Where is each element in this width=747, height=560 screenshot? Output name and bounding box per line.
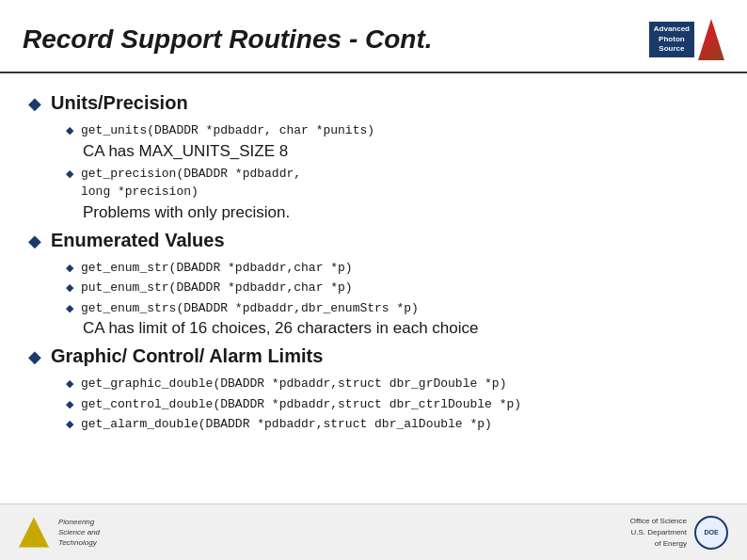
logo-triangle-icon: [698, 19, 724, 60]
sub-diamond-icon: ◆: [66, 124, 73, 136]
sub-diamond-6-icon: ◆: [66, 377, 73, 390]
sub-diamond-5-icon: ◆: [66, 302, 73, 314]
sub-bullet-get-alarm: ◆ get_alarm_double(DBADDR *pdbaddr,struc…: [66, 415, 719, 434]
code-get-enum-str: get_enum_str(DBADDR *pdbaddr,char *p): [81, 259, 353, 278]
sub-diamond-4-icon: ◆: [66, 281, 73, 294]
footer-org-text: Pioneering Science and Technology: [58, 517, 100, 549]
sub-diamond-2-icon: ◆: [66, 168, 73, 180]
graphic-sub-section: ◆ get_graphic_double(DBADDR *pdbaddr,str…: [66, 375, 719, 434]
section-graphic-control-alarm: ◆ Graphic/ Control/ Alarm Limits: [28, 345, 719, 367]
enum-sub-section: ◆ get_enum_str(DBADDR *pdbaddr,char *p) …: [66, 259, 719, 339]
code-put-enum-str: put_enum_str(DBADDR *pdbaddr,char *p): [81, 279, 353, 297]
sub-bullet-get-precision: ◆ get_precision(DBADDR *pdbaddr, long *p…: [66, 165, 719, 201]
content-area: ◆ Units/Precision ◆ get_units(DBADDR *pd…: [0, 73, 747, 449]
units-sub-section: ◆ get_units(DBADDR *pdbaddr, char *punit…: [66, 121, 719, 222]
code-get-precision-line2: long *precision): [81, 183, 301, 201]
page-title: Record Support Routines - Cont.: [23, 24, 433, 55]
sub-diamond-3-icon: ◆: [66, 262, 73, 274]
sub-bullet-get-units: ◆ get_units(DBADDR *pdbaddr, char *punit…: [66, 121, 719, 140]
sub-bullet-put-enum-str: ◆ put_enum_str(DBADDR *pdbaddr,char *p): [66, 279, 719, 297]
footer-right-text: Office of Science U.S. Department of Ene…: [630, 516, 687, 550]
sub-bullet-get-graphic: ◆ get_graphic_double(DBADDR *pdbaddr,str…: [66, 375, 719, 393]
code-get-precision-block: get_precision(DBADDR *pdbaddr, long *pre…: [81, 165, 301, 201]
code-get-graphic-double: get_graphic_double(DBADDR *pdbaddr,struc…: [81, 375, 506, 393]
note-problems-precision: Problems with only precision.: [83, 203, 719, 222]
footer-left: Pioneering Science and Technology: [19, 517, 100, 549]
sub-bullet-get-enum-strs: ◆ get_enum_strs(DBADDR *pdbaddr,dbr_enum…: [66, 299, 719, 318]
bullet-diamond-2-icon: ◆: [28, 231, 41, 251]
sub-diamond-7-icon: ◆: [66, 398, 73, 410]
aps-logo: Advanced Photon Source: [640, 17, 724, 62]
slide: Record Support Routines - Cont. Advanced…: [0, 0, 747, 560]
sub-diamond-8-icon: ◆: [66, 418, 73, 430]
section-label-enum: Enumerated Values: [51, 230, 225, 251]
sub-bullet-get-enum-str: ◆ get_enum_str(DBADDR *pdbaddr,char *p): [66, 259, 719, 278]
bullet-diamond-icon: ◆: [28, 93, 41, 114]
header: Record Support Routines - Cont. Advanced…: [0, 0, 747, 73]
code-get-units: get_units(DBADDR *pdbaddr, char *punits): [81, 121, 374, 140]
bullet-diamond-3-icon: ◆: [28, 346, 41, 367]
doe-logo-icon: DOE: [694, 516, 728, 550]
note-ca-limit: CA has limit of 16 choices, 26 character…: [83, 319, 719, 338]
code-get-enum-strs: get_enum_strs(DBADDR *pdbaddr,dbr_enumSt…: [81, 299, 419, 318]
footer: Pioneering Science and Technology Office…: [0, 504, 747, 560]
sub-bullet-get-control: ◆ get_control_double(DBADDR *pdbaddr,str…: [66, 395, 719, 414]
logo-text: Advanced Photon Source: [649, 22, 694, 56]
section-enumerated-values: ◆ Enumerated Values: [28, 230, 719, 251]
code-get-control-double: get_control_double(DBADDR *pdbaddr,struc…: [81, 395, 521, 414]
section-label-units: Units/Precision: [51, 92, 188, 114]
note-ca-max-units: CA has MAX_UNITS_SIZE 8: [83, 142, 719, 161]
section-units-precision: ◆ Units/Precision: [28, 92, 719, 114]
footer-right: Office of Science U.S. Department of Ene…: [630, 516, 728, 550]
aps-footer-triangle-icon: [19, 518, 49, 548]
code-get-alarm-double: get_alarm_double(DBADDR *pdbaddr,struct …: [81, 415, 492, 434]
code-get-precision-line1: get_precision(DBADDR *pdbaddr,: [81, 165, 301, 184]
section-label-graphic: Graphic/ Control/ Alarm Limits: [51, 345, 323, 367]
